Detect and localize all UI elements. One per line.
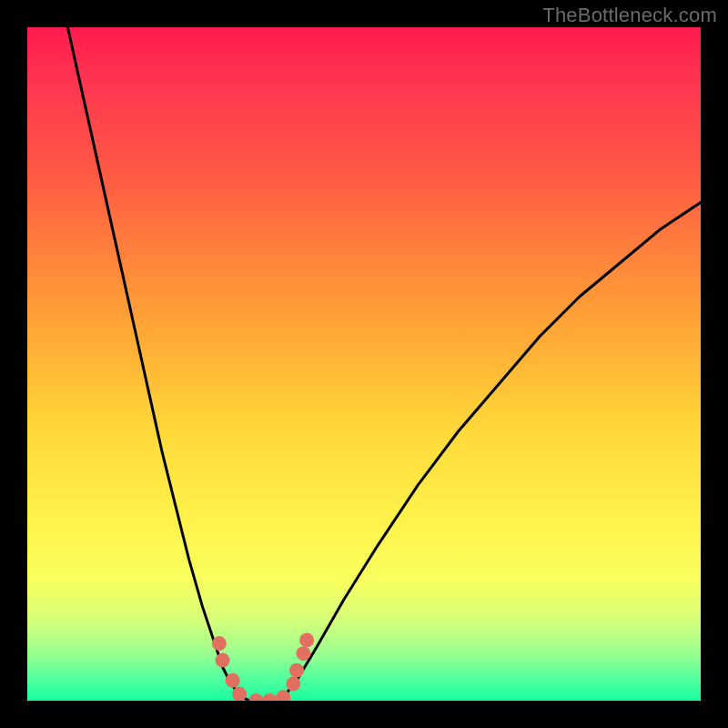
marker-dot <box>216 653 230 668</box>
outer-frame: TheBottleneck.com <box>0 0 728 728</box>
marker-dot <box>289 663 304 678</box>
marker-dot <box>232 687 247 701</box>
plot-area <box>27 27 701 701</box>
chart-svg <box>27 27 701 701</box>
marker-dot <box>296 646 310 661</box>
marker-dot <box>286 677 300 692</box>
watermark-text: TheBottleneck.com <box>542 4 717 27</box>
bottleneck-curve <box>67 27 701 701</box>
marker-dot <box>262 693 277 701</box>
marker-dot <box>299 632 314 647</box>
marker-dot <box>212 636 227 651</box>
marker-dot <box>249 693 264 701</box>
marker-dot <box>226 673 240 688</box>
